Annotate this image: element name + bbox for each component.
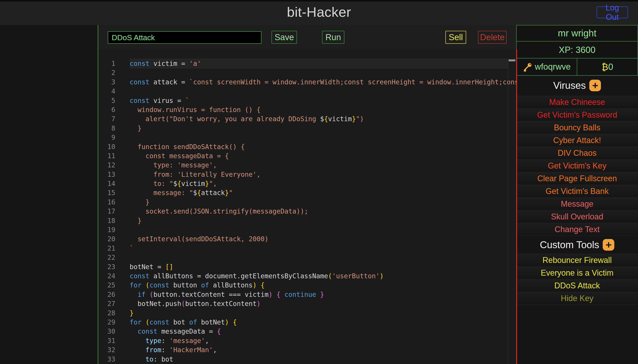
delete-button[interactable]: Delete: [478, 31, 507, 44]
code-line[interactable]: 15 message: "${attack}": [98, 188, 516, 198]
sidebar: mr wright XP: 3600 wfoqrwve ₿0 Viruses +…: [516, 25, 638, 364]
virus-item[interactable]: Get Victim's Key: [516, 159, 638, 172]
virus-item[interactable]: Clear Page Fullscreen: [516, 172, 638, 185]
code-line[interactable]: 1const victim = 'a': [98, 59, 516, 68]
add-virus-button[interactable]: +: [589, 80, 601, 91]
virus-item[interactable]: Get Victim's Password: [516, 108, 638, 121]
viruses-list: Make ChineeseGet Victim's PasswordBouncy…: [516, 96, 638, 236]
virus-name-input[interactable]: [108, 31, 262, 44]
custom-tool-item-label: Hide Key: [561, 294, 593, 303]
run-button[interactable]: Run: [322, 31, 344, 44]
code-line[interactable]: 32 from: 'HackerMan',: [98, 346, 516, 355]
code-text: `: [130, 244, 516, 253]
code-line[interactable]: 27 botNet.push(button.textContent): [98, 299, 516, 308]
code-line[interactable]: 7 alert("Don't worry, you are already DD…: [98, 114, 516, 124]
code-line[interactable]: 26 if (button.textContent === victim) { …: [98, 290, 516, 299]
code-line[interactable]: 8 }: [98, 124, 516, 133]
custom-tool-item[interactable]: DDoS Attack: [516, 279, 638, 292]
viruses-header: Viruses +: [516, 75, 638, 96]
line-number: 15: [98, 188, 115, 198]
code-line[interactable]: 23botNet = []: [98, 262, 516, 272]
code-line[interactable]: 20 setInterval(sendDDoSAttack, 2000): [98, 234, 516, 244]
line-number: 9: [98, 133, 115, 142]
code-text: [130, 87, 516, 96]
line-number: 23: [98, 262, 115, 272]
code-line[interactable]: 30 const messageData = {: [98, 327, 516, 336]
custom-tools-header: Custom Tools +: [516, 236, 638, 254]
custom-tool-item[interactable]: Rebouncer Firewall: [516, 254, 638, 266]
virus-item-label: DIV Chaos: [558, 148, 596, 158]
sell-button[interactable]: Sell: [445, 31, 466, 44]
line-number: 32: [98, 346, 115, 355]
virus-item-label: Cyber Attack!: [553, 136, 601, 145]
key-name: wfoqrwve: [535, 62, 571, 72]
code-line[interactable]: 13 from: 'Literally Everyone',: [98, 170, 516, 179]
code-text: }: [130, 216, 516, 226]
code-line[interactable]: 18 }: [98, 216, 516, 226]
code-line[interactable]: 12 type: 'message',: [98, 161, 516, 170]
code-line[interactable]: 3const attack = `const screenWidth = win…: [98, 78, 516, 87]
code-editor[interactable]: 1const victim = 'a'23const attack = `con…: [98, 50, 516, 364]
custom-tool-item[interactable]: Hide Key: [516, 292, 638, 305]
code-line[interactable]: 33 to: bot: [98, 355, 516, 364]
line-number: 6: [98, 105, 115, 114]
line-number: 20: [98, 234, 115, 244]
virus-item[interactable]: Change Text: [516, 223, 638, 236]
virus-item[interactable]: Cyber Attack!: [516, 134, 638, 147]
logout-button[interactable]: Log Out: [597, 6, 628, 18]
code-line[interactable]: 5const virus = `: [98, 96, 516, 105]
code-line[interactable]: 11 const messageData = {: [98, 152, 516, 161]
code-text: from: 'HackerMan',: [130, 346, 516, 355]
virus-item-label: Clear Page Fullscreen: [537, 174, 617, 183]
code-lines: 1const victim = 'a'23const attack = `con…: [98, 59, 516, 364]
line-number: 8: [98, 124, 115, 133]
code-text: function sendDDoSAttack() {: [130, 142, 516, 152]
bitcoin-amount: 0: [608, 62, 613, 72]
code-line[interactable]: 24const allButtons = document.getElement…: [98, 272, 516, 281]
line-number: 18: [98, 216, 115, 226]
app-title: bit-Hacker: [0, 4, 638, 20]
custom-tool-item-label: Rebouncer Firewall: [542, 256, 612, 265]
virus-item-label: Change Text: [555, 225, 599, 234]
code-text: socket.send(JSON.stringify(messageData))…: [130, 207, 516, 216]
add-custom-tool-button[interactable]: +: [603, 239, 614, 251]
top-bar: bit-Hacker Log Out: [0, 0, 638, 25]
save-button[interactable]: Save: [272, 31, 297, 44]
code-line[interactable]: 9: [98, 133, 516, 142]
code-line[interactable]: 29for (const bot of botNet) {: [98, 318, 516, 327]
code-line[interactable]: 31 type: 'message',: [98, 336, 516, 346]
virus-item[interactable]: Make Chineese: [516, 96, 638, 108]
code-text: [130, 133, 516, 142]
code-line[interactable]: 6 window.runVirus = function () {: [98, 105, 516, 114]
virus-item[interactable]: Skull Overload: [516, 210, 638, 223]
code-text: window.runVirus = function () {: [130, 105, 516, 114]
virus-item[interactable]: Bouncy Balls: [516, 121, 638, 134]
code-line[interactable]: 2: [98, 68, 516, 78]
code-text: const attack = `const screenWidth = wind…: [130, 78, 516, 87]
virus-item-label: Message: [561, 199, 593, 209]
code-text: const messageData = {: [130, 327, 516, 336]
line-number: 5: [98, 96, 115, 105]
xp-cell: XP: 3600: [516, 41, 638, 58]
code-line[interactable]: 17 socket.send(JSON.stringify(messageDat…: [98, 207, 516, 216]
code-line[interactable]: 21`: [98, 244, 516, 253]
virus-item[interactable]: DIV Chaos: [516, 147, 638, 159]
code-line[interactable]: 4: [98, 87, 516, 96]
custom-tool-item[interactable]: Everyone is a Victim: [516, 266, 638, 279]
code-line[interactable]: 22: [98, 253, 516, 262]
code-line[interactable]: 16 }: [98, 198, 516, 207]
code-line[interactable]: 10 function sendDDoSAttack() {: [98, 142, 516, 152]
code-text: [130, 226, 516, 234]
code-text: }: [130, 124, 516, 133]
code-text: botNet.push(button.textContent): [130, 299, 516, 308]
virus-item[interactable]: Get Victim's Bank: [516, 185, 638, 198]
code-line[interactable]: 28}: [98, 309, 516, 318]
line-number: 27: [98, 299, 115, 308]
line-number: 31: [98, 336, 115, 346]
virus-item[interactable]: Message: [516, 198, 638, 210]
scrollbar-thumb[interactable]: [509, 59, 515, 61]
code-line[interactable]: 25for (const button of allButtons) {: [98, 281, 516, 290]
code-line[interactable]: 14 to: "${victim}",: [98, 179, 516, 188]
line-number: 19: [98, 226, 115, 234]
code-line[interactable]: 19: [98, 226, 516, 234]
